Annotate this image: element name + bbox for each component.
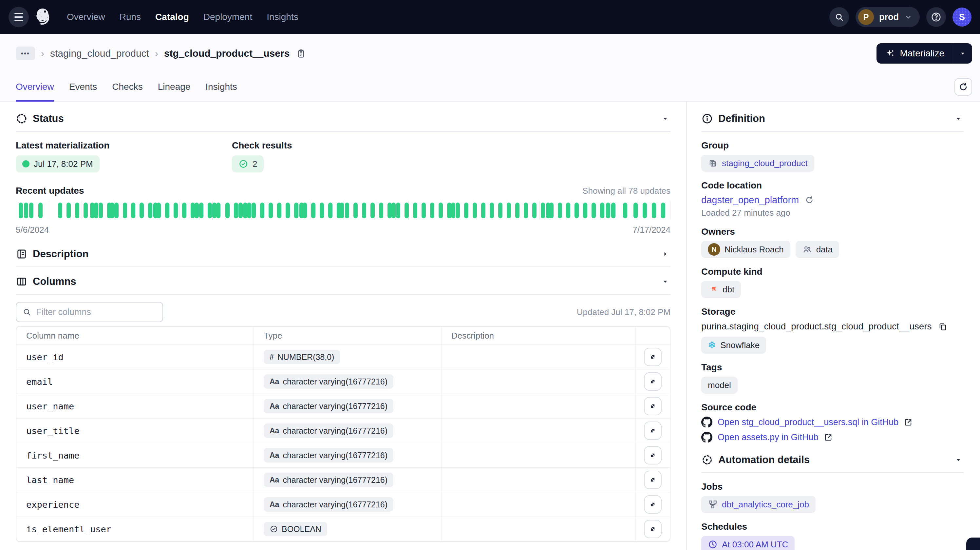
update-bar[interactable] [507, 202, 511, 218]
update-bar[interactable] [391, 202, 396, 218]
update-bar[interactable] [94, 202, 98, 218]
user-avatar[interactable]: S [953, 8, 972, 27]
update-bar[interactable] [611, 202, 616, 218]
update-bar[interactable] [114, 202, 119, 218]
environment-switcher[interactable]: P prod [856, 7, 920, 27]
tab-overview[interactable]: Overview [16, 73, 54, 101]
automation-collapse-button[interactable] [953, 454, 964, 465]
update-bar[interactable] [75, 202, 79, 218]
nav-item-catalog[interactable]: Catalog [155, 12, 189, 22]
breadcrumb-parent[interactable]: staging_cloud_product [50, 48, 149, 59]
update-bar[interactable] [413, 202, 417, 218]
update-bar[interactable] [84, 202, 88, 218]
update-bar[interactable] [340, 202, 344, 218]
update-bar[interactable] [451, 202, 455, 218]
group-pill[interactable]: staging_cloud_product [701, 155, 814, 172]
schedule-pill[interactable]: At 03:00 AM UTC [701, 536, 795, 550]
update-bar[interactable] [606, 202, 610, 218]
update-bar[interactable] [148, 202, 152, 218]
update-bar[interactable] [269, 202, 273, 218]
update-bar[interactable] [19, 202, 23, 218]
update-bar[interactable] [456, 202, 460, 218]
update-bar[interactable] [362, 202, 366, 218]
update-bar[interactable] [490, 202, 494, 218]
update-bar[interactable] [208, 202, 212, 218]
update-bar[interactable] [260, 202, 264, 218]
copy-asset-name-button[interactable] [296, 48, 306, 58]
update-bar[interactable] [515, 202, 519, 218]
update-bar[interactable] [67, 202, 71, 218]
update-bar[interactable] [194, 202, 199, 218]
update-bar[interactable] [345, 202, 349, 218]
dagster-logo[interactable] [33, 6, 54, 27]
nav-item-insights[interactable]: Insights [267, 12, 298, 22]
update-bar[interactable] [234, 202, 238, 218]
update-bar[interactable] [558, 202, 562, 218]
column-lineage-button[interactable] [644, 446, 662, 464]
update-bar[interactable] [247, 202, 251, 218]
column-lineage-button[interactable] [644, 520, 662, 538]
update-bar[interactable] [661, 202, 665, 218]
update-bar[interactable] [165, 202, 169, 218]
code-location-link[interactable]: dagster_open_platform [701, 195, 799, 206]
update-bar[interactable] [633, 202, 638, 218]
breadcrumb-ellipsis-button[interactable]: ••• [16, 46, 35, 60]
update-bar[interactable] [592, 202, 596, 218]
help-button[interactable] [926, 7, 946, 27]
update-bar[interactable] [643, 202, 647, 218]
update-bar[interactable] [353, 202, 358, 218]
source-code-link[interactable]: Open assets.py in GitHub [718, 432, 819, 443]
update-bar[interactable] [574, 202, 579, 218]
tab-insights[interactable]: Insights [205, 73, 237, 101]
update-bar[interactable] [498, 202, 503, 218]
update-bar[interactable] [430, 202, 434, 218]
update-bar[interactable] [123, 202, 127, 218]
update-bar[interactable] [320, 202, 324, 218]
update-bar[interactable] [652, 202, 656, 218]
hamburger-menu-button[interactable] [8, 7, 29, 27]
update-bar[interactable] [464, 202, 468, 218]
materialize-options-button[interactable] [953, 43, 972, 64]
update-bar[interactable] [532, 202, 536, 218]
update-bar[interactable] [524, 202, 528, 218]
update-bar[interactable] [216, 202, 220, 218]
tab-events[interactable]: Events [69, 73, 97, 101]
update-bar[interactable] [473, 202, 477, 218]
column-lineage-button[interactable] [644, 421, 662, 440]
column-lineage-button[interactable] [644, 495, 662, 513]
update-bar[interactable] [29, 202, 33, 218]
update-bar[interactable] [600, 202, 604, 218]
chat-widget-corner[interactable] [966, 537, 980, 550]
storage-kind-pill[interactable]: ❄ Snowflake [701, 336, 766, 354]
update-bar[interactable] [549, 202, 554, 218]
update-bar[interactable] [99, 202, 103, 218]
materialize-button[interactable]: Materialize [877, 43, 953, 64]
update-bar[interactable] [199, 202, 204, 218]
update-bar[interactable] [251, 202, 256, 218]
update-bar[interactable] [38, 202, 43, 218]
job-pill[interactable]: dbt_analytics_core_job [701, 496, 816, 513]
check-results-pill[interactable]: 2 [232, 155, 264, 172]
update-bar[interactable] [541, 202, 545, 218]
update-bar[interactable] [481, 202, 485, 218]
tab-checks[interactable]: Checks [112, 73, 143, 101]
update-bar[interactable] [110, 202, 114, 218]
update-bar[interactable] [225, 202, 230, 218]
tag-pill[interactable]: model [701, 376, 738, 394]
update-bar[interactable] [277, 202, 282, 218]
update-bar[interactable] [294, 202, 298, 218]
tab-lineage[interactable]: Lineage [158, 73, 191, 101]
nav-item-overview[interactable]: Overview [67, 12, 105, 22]
update-bar[interactable] [379, 202, 383, 218]
update-bar[interactable] [239, 202, 243, 218]
update-bar[interactable] [303, 202, 307, 218]
update-bar[interactable] [623, 202, 627, 218]
column-lineage-button[interactable] [644, 348, 662, 366]
update-bar[interactable] [140, 202, 144, 218]
update-bar[interactable] [371, 202, 375, 218]
update-bar[interactable] [90, 202, 94, 218]
columns-collapse-button[interactable] [660, 276, 670, 287]
update-bar[interactable] [157, 202, 161, 218]
owner-pill[interactable]: data [795, 241, 840, 258]
nav-item-runs[interactable]: Runs [119, 12, 141, 22]
